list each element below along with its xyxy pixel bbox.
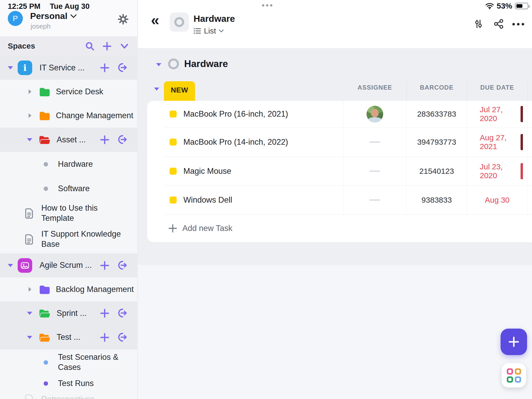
page-title: Hardware <box>194 14 235 24</box>
collapsed-triangle-icon[interactable] <box>29 89 31 94</box>
task-name[interactable]: Windows Dell <box>183 195 232 205</box>
add-item-button[interactable] <box>99 308 110 319</box>
collapsed-triangle-icon[interactable] <box>29 113 31 118</box>
chevron-down-icon <box>119 41 129 51</box>
assignee-avatar[interactable] <box>367 106 383 122</box>
status-square-icon[interactable] <box>170 111 177 118</box>
gear-icon <box>117 14 129 25</box>
expand-triangle-icon[interactable] <box>27 336 32 339</box>
expand-triangle-icon[interactable] <box>8 264 13 267</box>
plus-icon <box>168 223 178 233</box>
collapsed-triangle-icon[interactable] <box>29 287 31 292</box>
add-item-button[interactable] <box>99 332 110 343</box>
no-assignee-dash[interactable] <box>369 199 380 201</box>
task-name[interactable]: Magic Mouse <box>183 167 231 176</box>
sidebar-item-sprint[interactable]: Sprint ... <box>0 301 138 325</box>
share-button[interactable] <box>493 18 504 30</box>
open-folder-icon[interactable] <box>117 134 128 145</box>
barcode-cell[interactable]: 283633783 <box>417 110 456 118</box>
status-square-icon[interactable] <box>170 168 177 175</box>
drag-handle-dots-icon[interactable]: ••• <box>256 1 280 10</box>
search-button[interactable] <box>85 41 95 51</box>
due-date-cell[interactable]: Jul 27, 2020 <box>480 105 515 123</box>
doc-icon <box>25 234 34 245</box>
sidebar-item-software[interactable]: Software <box>0 177 138 201</box>
column-header-assignee[interactable]: ASSIGNEE <box>346 84 403 91</box>
open-space-icon[interactable] <box>117 62 128 73</box>
barcode-cell[interactable]: 9383833 <box>422 196 452 204</box>
battery-percent: 53% <box>497 2 512 10</box>
sidebar-item-retrospectives[interactable]: Retrospectives <box>0 391 138 399</box>
priority-flag-sliver <box>521 106 523 122</box>
workspace-avatar[interactable]: P <box>8 11 23 26</box>
sidebar-item-label: Retrospectives <box>41 394 95 399</box>
red-open-folder-icon <box>38 135 51 145</box>
task-name[interactable]: MacBook Pro (16-inch, 2021) <box>183 109 288 119</box>
collapse-sidebar-button[interactable]: « <box>151 12 159 28</box>
create-task-fab[interactable] <box>501 329 527 355</box>
due-date-cell[interactable]: Jul 23, 2020 <box>480 162 515 180</box>
column-header-due-date[interactable]: DUE DATE <box>469 84 526 91</box>
app-grid-widget[interactable] <box>502 363 526 388</box>
chevron-down-icon <box>219 29 224 33</box>
settings-button[interactable] <box>117 14 129 25</box>
sidebar-item-change-management[interactable]: Change Management <box>0 104 138 128</box>
no-assignee-dash[interactable] <box>369 142 380 143</box>
group-collapse-triangle[interactable] <box>154 88 159 91</box>
status-square-icon[interactable] <box>170 139 177 146</box>
sidebar-item-label: Service Desk <box>56 87 103 97</box>
sidebar-item-knowledge-base[interactable]: IT Support Knowledge Base <box>0 226 138 252</box>
date: Tue Aug 30 <box>50 2 90 11</box>
column-header-barcode[interactable]: BARCODE <box>408 84 465 91</box>
table-row[interactable]: Magic Mouse 21540123 Jul 23, 2020 <box>147 157 532 185</box>
task-name[interactable]: MacBook Pro (14-inch, 2022) <box>183 137 288 147</box>
collapse-spaces-button[interactable] <box>119 41 130 51</box>
expand-triangle-icon[interactable] <box>27 138 32 141</box>
expand-triangle-icon[interactable] <box>27 312 32 315</box>
view-switcher[interactable]: List <box>194 26 224 35</box>
sidebar-item-test-scenarios[interactable]: Test Scenarios & Cases <box>0 349 138 375</box>
open-folder-icon[interactable] <box>117 332 128 343</box>
expand-triangle-icon[interactable] <box>8 66 13 69</box>
status-group-badge[interactable]: NEW <box>164 81 195 103</box>
add-space-button[interactable] <box>102 41 112 51</box>
due-date-cell[interactable]: Aug 27, 2021 <box>480 133 515 151</box>
due-date-cell[interactable]: Aug 30 <box>485 196 509 204</box>
sidebar-item-test[interactable]: Test ... <box>0 325 138 349</box>
content-lower-band <box>138 265 532 399</box>
status-bar-left: 12:25 PM Tue Aug 30 <box>8 2 90 11</box>
sidebar-item-it-service[interactable]: i IT Service ... <box>0 56 138 80</box>
section-collapse-triangle[interactable] <box>156 63 161 66</box>
more-options-button[interactable]: ••• <box>513 18 525 30</box>
wifi-icon <box>485 3 494 9</box>
no-assignee-dash[interactable] <box>369 170 380 172</box>
sidebar-item-service-desk[interactable]: Service Desk <box>0 80 138 104</box>
sidebar-item-how-to-use[interactable]: How to Use this Template <box>0 201 138 226</box>
table-row[interactable]: Windows Dell 9383833 Aug 30 <box>147 185 532 214</box>
add-item-button[interactable] <box>99 134 110 145</box>
add-new-task-button[interactable]: Add new Task <box>147 214 532 242</box>
table-row[interactable]: MacBook Pro (14-inch, 2022) 394793773 Au… <box>147 128 532 157</box>
open-folder-icon[interactable] <box>117 308 128 319</box>
priority-flag-sliver <box>521 134 523 150</box>
table-row[interactable]: MacBook Pro (16-inch, 2021) 283633783 Ju… <box>147 101 532 127</box>
status-square-icon[interactable] <box>170 196 177 203</box>
sidebar-item-backlog-management[interactable]: Backlog Management <box>0 277 138 301</box>
sidebar-item-agile-scrum[interactable]: Agile Scrum ... <box>0 253 138 277</box>
column-separator <box>528 81 528 100</box>
barcode-cell[interactable]: 21540123 <box>419 167 454 176</box>
section-status-ring-icon <box>168 58 179 69</box>
filter-button[interactable] <box>473 18 484 30</box>
open-space-icon[interactable] <box>117 260 128 271</box>
add-item-button[interactable] <box>99 62 110 73</box>
grid-dot-blue-icon <box>515 376 521 383</box>
add-item-button[interactable] <box>99 260 110 271</box>
sidebar-item-asset[interactable]: Asset ... <box>0 128 138 152</box>
workspace-switcher[interactable]: Personal <box>30 11 77 21</box>
spaces-label: Spaces <box>8 42 35 50</box>
barcode-cell[interactable]: 394793773 <box>417 138 456 147</box>
sidebar-item-hardware[interactable]: Hardware <box>0 152 138 177</box>
priority-flag-sliver <box>521 163 523 179</box>
sidebar-item-test-runs[interactable]: Test Runs <box>0 375 138 391</box>
green-folder-icon <box>39 87 51 97</box>
